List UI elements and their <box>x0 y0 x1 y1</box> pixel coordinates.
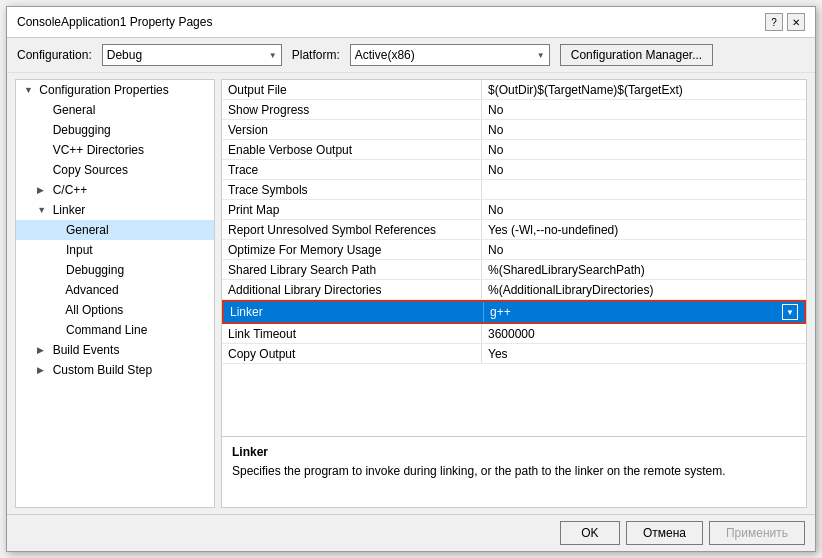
tree-panel: ▼ Configuration Properties General Debug… <box>15 79 215 508</box>
property-row[interactable]: Linkerg++▼ <box>222 300 806 324</box>
property-value: $(OutDir)$(TargetName)$(TargetExt) <box>482 80 806 99</box>
tree-expand-icon <box>51 225 63 235</box>
tree-expand-icon <box>37 125 49 135</box>
property-name: Print Map <box>222 200 482 219</box>
tree-expand-icon: ▼ <box>24 85 36 95</box>
property-name: Trace Symbols <box>222 180 482 199</box>
property-dropdown-button[interactable]: ▼ <box>782 304 798 320</box>
tree-expand-icon: ▶ <box>37 345 49 355</box>
tree-expand-icon <box>51 325 63 335</box>
property-value <box>482 180 806 199</box>
property-name: Copy Output <box>222 344 482 363</box>
property-row[interactable]: Copy OutputYes <box>222 344 806 364</box>
property-row[interactable]: Enable Verbose OutputNo <box>222 140 806 160</box>
ok-button[interactable]: OK <box>560 521 620 545</box>
main-area: ▼ Configuration Properties General Debug… <box>7 73 815 514</box>
tree-item[interactable]: Command Line <box>16 320 214 340</box>
property-row[interactable]: Optimize For Memory UsageNo <box>222 240 806 260</box>
tree-expand-icon: ▶ <box>37 365 49 375</box>
tree-item[interactable]: ▶ Custom Build Step <box>16 360 214 380</box>
cancel-button[interactable]: Отмена <box>626 521 703 545</box>
property-name: Linker <box>224 302 484 322</box>
tree-item[interactable]: ▼ Linker <box>16 200 214 220</box>
property-value: g++▼ <box>484 302 804 322</box>
property-row[interactable]: VersionNo <box>222 120 806 140</box>
info-title: Linker <box>232 445 796 459</box>
property-name: Optimize For Memory Usage <box>222 240 482 259</box>
tree-expand-icon: ▶ <box>37 185 49 195</box>
tree-item[interactable]: General <box>16 100 214 120</box>
tree-item[interactable]: General <box>16 220 214 240</box>
property-row[interactable]: Output File$(OutDir)$(TargetName)$(Targe… <box>222 80 806 100</box>
properties-panel: Output File$(OutDir)$(TargetName)$(Targe… <box>221 79 807 508</box>
property-value: %(AdditionalLibraryDirectories) <box>482 280 806 299</box>
tree-item[interactable]: ▶ C/C++ <box>16 180 214 200</box>
titlebar: ConsoleApplication1 Property Pages ? ✕ <box>7 7 815 38</box>
property-value: No <box>482 240 806 259</box>
configuration-manager-button[interactable]: Configuration Manager... <box>560 44 713 66</box>
info-description: Specifies the program to invoke during l… <box>232 463 796 480</box>
property-name: Output File <box>222 80 482 99</box>
property-row[interactable]: Link Timeout3600000 <box>222 324 806 344</box>
close-button[interactable]: ✕ <box>787 13 805 31</box>
property-value: Yes <box>482 344 806 363</box>
property-value: %(SharedLibrarySearchPath) <box>482 260 806 279</box>
tree-expand-icon <box>51 285 63 295</box>
property-name: Report Unresolved Symbol References <box>222 220 482 239</box>
property-value: 3600000 <box>482 324 806 343</box>
property-row[interactable]: TraceNo <box>222 160 806 180</box>
configuration-combo[interactable]: Debug ▼ <box>102 44 282 66</box>
tree-expand-icon <box>51 245 63 255</box>
property-name: Enable Verbose Output <box>222 140 482 159</box>
tree-expand-icon <box>51 265 63 275</box>
platform-combo[interactable]: Active(x86) ▼ <box>350 44 550 66</box>
tree-expand-icon <box>37 105 49 115</box>
info-panel: Linker Specifies the program to invoke d… <box>222 437 806 507</box>
property-row[interactable]: Report Unresolved Symbol ReferencesYes (… <box>222 220 806 240</box>
tree-item[interactable]: ▶ Build Events <box>16 340 214 360</box>
property-row[interactable]: Additional Library Directories%(Addition… <box>222 280 806 300</box>
help-button[interactable]: ? <box>765 13 783 31</box>
tree-item[interactable]: Advanced <box>16 280 214 300</box>
apply-button[interactable]: Применить <box>709 521 805 545</box>
property-row[interactable]: Shared Library Search Path%(SharedLibrar… <box>222 260 806 280</box>
tree-item[interactable]: ▼ Configuration Properties <box>16 80 214 100</box>
property-value: Yes (-Wl,--no-undefined) <box>482 220 806 239</box>
property-value: No <box>482 200 806 219</box>
platform-label: Platform: <box>292 48 340 62</box>
titlebar-buttons: ? ✕ <box>765 13 805 31</box>
tree-item[interactable]: Input <box>16 240 214 260</box>
property-name: Shared Library Search Path <box>222 260 482 279</box>
tree-item[interactable]: VC++ Directories <box>16 140 214 160</box>
dialog-title: ConsoleApplication1 Property Pages <box>17 15 212 29</box>
property-row[interactable]: Trace Symbols <box>222 180 806 200</box>
property-name: Show Progress <box>222 100 482 119</box>
configuration-combo-arrow: ▼ <box>269 51 277 60</box>
property-row[interactable]: Show ProgressNo <box>222 100 806 120</box>
tree-expand-icon: ▼ <box>37 205 49 215</box>
property-pages-dialog: ConsoleApplication1 Property Pages ? ✕ C… <box>6 6 816 552</box>
property-name: Link Timeout <box>222 324 482 343</box>
tree-item[interactable]: All Options <box>16 300 214 320</box>
property-value: No <box>482 120 806 139</box>
footer: OK Отмена Применить <box>7 514 815 551</box>
property-value: No <box>482 100 806 119</box>
property-value: No <box>482 160 806 179</box>
tree-item[interactable]: Debugging <box>16 260 214 280</box>
property-table: Output File$(OutDir)$(TargetName)$(Targe… <box>222 80 806 437</box>
configuration-label: Configuration: <box>17 48 92 62</box>
property-name: Trace <box>222 160 482 179</box>
tree-item[interactable]: Copy Sources <box>16 160 214 180</box>
tree-expand-icon <box>51 305 63 315</box>
tree-expand-icon <box>37 145 49 155</box>
tree-item[interactable]: Debugging <box>16 120 214 140</box>
platform-combo-arrow: ▼ <box>537 51 545 60</box>
property-name: Version <box>222 120 482 139</box>
property-row[interactable]: Print MapNo <box>222 200 806 220</box>
property-value: No <box>482 140 806 159</box>
configuration-row: Configuration: Debug ▼ Platform: Active(… <box>7 38 815 73</box>
property-name: Additional Library Directories <box>222 280 482 299</box>
tree-expand-icon <box>37 165 49 175</box>
